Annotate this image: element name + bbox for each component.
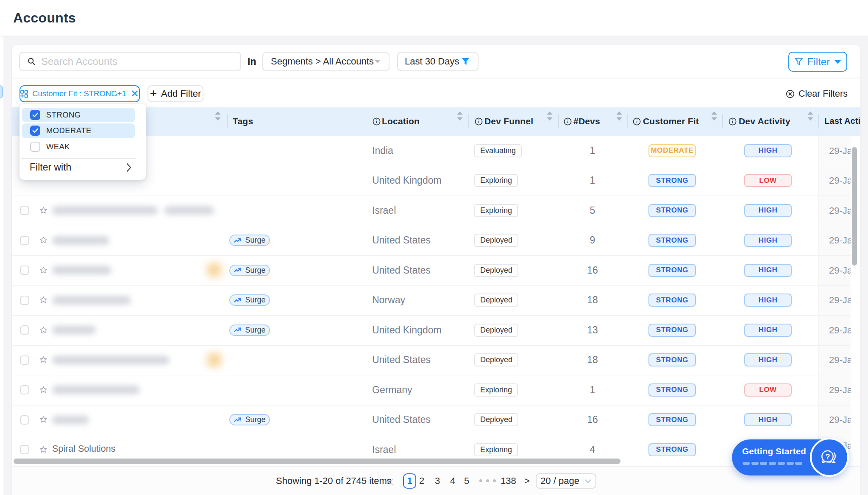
svg-text:?: ? (826, 453, 830, 461)
